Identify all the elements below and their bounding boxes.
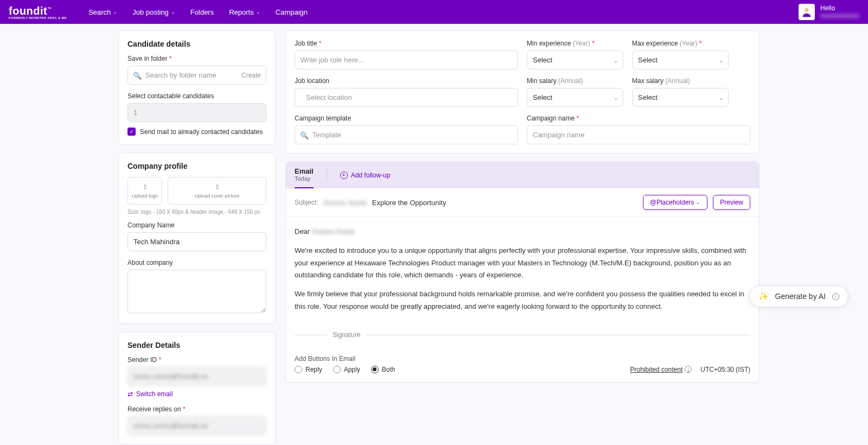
top-navbar: foundit™ FORMERLY MONSTER APAC & ME Sear… <box>0 0 868 24</box>
company-profile-card: Company profile ⇧ Upload logo ⇧ Upload c… <box>118 152 276 324</box>
min-salary-select[interactable]: Select <box>527 88 623 107</box>
preview-button[interactable]: Preview <box>713 195 750 210</box>
sender-id-label: Sender ID * <box>127 356 266 364</box>
email-para-2: We firmly believe that your professional… <box>295 288 750 313</box>
max-salary-label: Max salary (Annual) <box>632 77 729 85</box>
brand-tagline: FORMERLY MONSTER APAC & ME <box>9 16 67 20</box>
email-footer: Add Buttons In Email Reply Apply Both Pr… <box>286 349 759 382</box>
upload-cover-button[interactable]: ⇧ Upload cover picture <box>168 177 266 205</box>
email-greeting: Dear <box>295 227 310 236</box>
contactable-label: Select contactable candidates <box>127 92 266 100</box>
upload-size-hint: Size: logo - 160 X 60px & header image -… <box>127 209 266 215</box>
swap-icon: ⇄ <box>127 390 133 398</box>
nav-jobposting[interactable]: Job posting⌄ <box>132 8 175 16</box>
email-tab-today[interactable]: Email Today <box>295 162 314 188</box>
min-exp-select[interactable]: Select <box>527 50 623 69</box>
nav-search[interactable]: Search⌄ <box>88 8 117 16</box>
campaign-name-input[interactable] <box>527 125 750 144</box>
email-composer-card: Email Today + Add follow-up Subject: Xxx… <box>285 161 760 383</box>
profile-name: xxxxxxxxxxxx <box>820 12 859 20</box>
subject-row: Subject: Xxxxxx Xxxxx Explore the Opport… <box>286 188 759 217</box>
placeholders-button[interactable]: @Placeholders⌄ <box>643 195 708 210</box>
radio-both[interactable]: Both <box>371 366 395 373</box>
signature-row: Signature <box>295 329 750 341</box>
receive-replies-input <box>127 416 266 435</box>
main-nav: Search⌄ Job posting⌄ Folders Reports⌄ Ca… <box>88 8 308 16</box>
contactable-input <box>127 103 266 122</box>
plus-circle-icon: + <box>340 171 348 179</box>
max-salary-select[interactable]: Select <box>632 88 729 107</box>
radio-apply[interactable]: Apply <box>333 366 360 373</box>
subject-placeholder-blur: Xxxxxx Xxxxx <box>323 199 366 207</box>
profile-greeting: Hello <box>820 4 859 12</box>
upload-logo-button[interactable]: ⇧ Upload logo <box>127 177 162 205</box>
subject-label: Subject: <box>295 199 318 206</box>
brand-logo: foundit™ FORMERLY MONSTER APAC & ME <box>9 5 67 20</box>
min-exp-label: Min experience (Year) * <box>527 40 623 47</box>
generate-ai-button[interactable]: ✨ Generate by AI i <box>749 285 848 307</box>
sender-details-card: Sender Details Sender ID * ⇄ Switch emai… <box>118 332 276 444</box>
email-tabs-header: Email Today + Add follow-up <box>286 162 759 188</box>
campaign-template-input[interactable] <box>295 125 518 144</box>
radio-icon <box>333 366 341 373</box>
signature-label: Signature <box>333 329 360 341</box>
sendmail-checkbox-row[interactable]: ✓ Send mail to already contacted candida… <box>127 128 266 136</box>
email-body-editor[interactable]: Dear Xxxxxx Xxxxx We're excited to intro… <box>286 217 759 349</box>
sender-details-title: Sender Details <box>127 341 266 349</box>
email-tab-subtitle: Today <box>295 175 314 182</box>
max-exp-select[interactable]: Select <box>632 50 729 69</box>
chevron-down-icon: ⌄ <box>256 9 260 15</box>
avatar <box>799 4 815 20</box>
switch-email-link[interactable]: ⇄ Switch email <box>127 390 266 398</box>
job-location-input[interactable] <box>295 88 518 107</box>
radio-reply[interactable]: Reply <box>295 366 322 373</box>
save-folder-label: Save in folder * <box>127 55 266 62</box>
create-folder-link[interactable]: Create <box>241 72 261 79</box>
company-name-label: Company Name <box>127 221 266 229</box>
brand-name: foundit <box>9 5 47 17</box>
prohibited-content-link[interactable]: Prohibited contenti <box>630 366 692 373</box>
divider <box>327 169 327 182</box>
add-followup-button[interactable]: + Add follow-up <box>340 171 391 179</box>
radio-checked-icon <box>371 366 379 373</box>
sparkle-icon: ✨ <box>758 291 769 301</box>
info-icon: i <box>832 293 839 300</box>
min-salary-label: Min salary (Annual) <box>527 77 623 85</box>
receive-replies-label: Receive replies on * <box>127 405 266 413</box>
job-title-label: Job title * <box>295 40 518 47</box>
checkbox-checked-icon: ✓ <box>127 128 136 136</box>
person-icon <box>801 6 813 18</box>
company-profile-title: Company profile <box>127 162 266 170</box>
email-tab-title: Email <box>295 167 314 175</box>
upload-icon: ⇧ <box>171 183 263 191</box>
candidate-details-card: Candidate details Save in folder * 🔍 Cre… <box>118 30 276 145</box>
chevron-down-icon: ⌄ <box>696 200 700 205</box>
svg-point-0 <box>805 8 808 12</box>
nav-reports[interactable]: Reports⌄ <box>229 8 260 16</box>
nav-campaign[interactable]: Campaign <box>276 8 308 16</box>
job-location-label: Job location <box>295 77 518 85</box>
company-name-input[interactable] <box>127 232 266 251</box>
email-greeting-name: Xxxxxx Xxxxx <box>312 227 355 236</box>
job-title-input[interactable] <box>295 50 518 69</box>
upload-cover-label: Upload cover picture <box>171 193 263 199</box>
candidate-details-title: Candidate details <box>127 40 266 48</box>
add-buttons-label: Add Buttons In Email <box>295 355 750 363</box>
campaign-form-card: Job title * Min experience (Year) * Sele… <box>285 30 760 154</box>
search-icon: 🔍 <box>133 71 142 79</box>
search-icon: 🔍 <box>300 131 309 139</box>
sendmail-label: Send mail to already contacted candidate… <box>140 128 263 136</box>
profile-area[interactable]: Hello xxxxxxxxxxxx <box>799 4 859 20</box>
max-exp-label: Max experience (Year) * <box>632 40 729 47</box>
generate-ai-label: Generate by AI <box>775 292 826 301</box>
campaign-template-label: Campaign template <box>295 115 518 122</box>
profile-text: Hello xxxxxxxxxxxx <box>820 4 859 20</box>
nav-folders[interactable]: Folders <box>190 8 214 16</box>
about-company-label: About company <box>127 259 266 266</box>
timezone-label: UTC+05:30 (IST) <box>700 366 750 373</box>
subject-text[interactable]: Explore the Opportunity <box>372 199 446 207</box>
radio-icon <box>295 366 302 373</box>
about-company-textarea[interactable] <box>127 270 266 313</box>
campaign-name-label: Campaign name * <box>527 115 750 122</box>
upload-logo-label: Upload logo <box>131 193 158 199</box>
